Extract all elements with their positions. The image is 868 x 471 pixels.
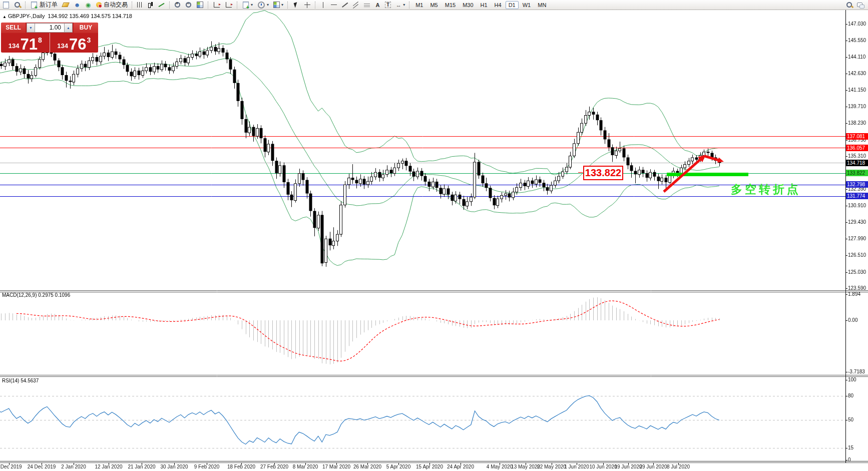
timeframe-mn-button[interactable]: MN xyxy=(535,1,549,9)
autotrading-icon xyxy=(96,2,102,8)
metaeditor-icon xyxy=(62,3,70,7)
toolbar-autotrading-button[interactable]: 自动交易 xyxy=(94,1,129,9)
chart-canvas[interactable] xyxy=(0,0,868,471)
toolbar-periods-button[interactable]: ▾ xyxy=(255,1,270,9)
search-icon xyxy=(846,2,853,9)
vertical-line-icon xyxy=(323,2,323,8)
one-click-trade-panel: SELL ▾ 1.00 ▴ BUY 134 71 8 134 76 3 xyxy=(1,23,98,53)
toolbar-metaeditor-button[interactable] xyxy=(60,1,71,9)
toolbar-channel-button[interactable] xyxy=(351,1,361,9)
toolbar-separator xyxy=(169,2,170,9)
bar-chart-mode-icon xyxy=(137,2,143,8)
toolbar-indicators-button[interactable]: ▾ xyxy=(240,1,254,9)
profiles-icon xyxy=(14,2,21,9)
new-order-icon xyxy=(31,2,37,9)
horizontal-line-icon xyxy=(331,5,337,5)
toolbar-crosshair-button[interactable] xyxy=(302,1,312,9)
expert-advisors-icon: ☻ xyxy=(74,2,81,9)
toolbar-new-order-button[interactable]: 新订单 xyxy=(29,1,59,9)
new-order-label: 新订单 xyxy=(40,1,58,9)
timeframe-m1-button[interactable]: M1 xyxy=(412,1,426,9)
toolbar-separator xyxy=(409,2,410,9)
toolbar-candle-chart-mode-button[interactable] xyxy=(146,1,156,9)
toolbar-chat-button[interactable] xyxy=(855,1,865,9)
toolbar-fibonacci-button[interactable] xyxy=(362,1,372,9)
chevron-down-icon: ▾ xyxy=(251,3,253,7)
toolbar-horizontal-line-button[interactable] xyxy=(329,1,339,9)
timeframe-m30-button[interactable]: M30 xyxy=(460,1,476,9)
toolbar-text-label-button[interactable]: T xyxy=(383,1,392,9)
sell-price-sup: 8 xyxy=(38,36,42,44)
toolbar-separator xyxy=(287,2,288,9)
toolbar-separator xyxy=(25,2,26,9)
toolbar-trendline-button[interactable] xyxy=(340,1,350,9)
buy-price-small: 134 xyxy=(57,42,68,50)
toolbar-separator xyxy=(315,2,316,9)
buy-price-big: 76 xyxy=(69,38,86,51)
volume-decrease-button[interactable]: ▾ xyxy=(27,23,35,33)
timeframe-m5-button[interactable]: M5 xyxy=(427,1,441,9)
mt4-window: 新订单☻◉自动交易▾▾▾AT↔▾M1M5M15M30H1H4D1W1MN ▲GB… xyxy=(0,0,868,471)
buy-price-sup: 3 xyxy=(87,36,91,44)
indicators-icon xyxy=(243,2,249,9)
timeframe-m15-button[interactable]: M15 xyxy=(442,1,459,9)
toolbar-chart-shift-button[interactable] xyxy=(223,1,234,9)
toolbar-expert-advisors-button[interactable]: ☻ xyxy=(72,1,82,9)
toolbar-separator xyxy=(237,2,238,9)
toolbar-templates-button[interactable]: ▾ xyxy=(271,1,285,9)
chart-window-icon xyxy=(3,2,9,9)
cursor-icon xyxy=(294,2,299,8)
chart-shift-icon xyxy=(226,2,232,8)
toolbar-line-chart-mode-button[interactable] xyxy=(157,1,167,9)
toolbar-zoom-out-button[interactable] xyxy=(184,1,194,9)
crosshair-icon xyxy=(304,2,311,9)
sell-price[interactable]: 134 71 8 xyxy=(1,33,50,53)
channel-icon xyxy=(352,2,359,9)
sell-button[interactable]: SELL xyxy=(1,23,26,33)
line-chart-mode-icon xyxy=(158,2,165,9)
templates-icon xyxy=(273,2,280,8)
toolbar-separator xyxy=(132,2,133,9)
toolbar-tile-windows-button[interactable] xyxy=(195,1,205,9)
fibonacci-icon xyxy=(364,3,370,8)
zoom-in-icon xyxy=(174,2,181,9)
toolbar-chart-window-button[interactable] xyxy=(1,1,12,9)
timeframe-d1-button[interactable]: D1 xyxy=(506,1,519,9)
text-icon: A xyxy=(374,2,381,8)
periods-icon xyxy=(258,2,265,9)
text-label-icon: T xyxy=(385,2,391,8)
timeframe-w1-button[interactable]: W1 xyxy=(520,1,534,9)
timeframe-h1-button[interactable]: H1 xyxy=(478,1,491,9)
toolbar-separator xyxy=(208,2,209,9)
toolbar-zoom-in-button[interactable] xyxy=(173,1,183,9)
candle-chart-mode-icon xyxy=(147,2,154,9)
sell-price-big: 71 xyxy=(20,38,37,51)
zoom-out-icon xyxy=(185,2,192,9)
tile-windows-icon xyxy=(197,2,203,8)
toolbar-arrows-button[interactable]: ↔▾ xyxy=(393,1,406,9)
toolbar-text-button[interactable]: A xyxy=(373,1,382,9)
trendline-icon xyxy=(341,2,348,9)
timeframe-h4-button[interactable]: H4 xyxy=(492,1,505,9)
arrows-icon: ↔ xyxy=(395,2,402,8)
chat-icon xyxy=(857,2,864,9)
signals-icon: ◉ xyxy=(85,2,92,9)
buy-button[interactable]: BUY xyxy=(74,23,98,33)
toolbar: 新订单☻◉自动交易▾▾▾AT↔▾M1M5M15M30H1H4D1W1MN xyxy=(0,0,868,10)
auto-scroll-icon xyxy=(214,2,220,8)
chevron-down-icon: ▾ xyxy=(281,3,283,7)
toolbar-search-button[interactable] xyxy=(844,1,854,9)
volume-increase-button[interactable]: ▴ xyxy=(64,23,73,33)
toolbar-bar-chart-mode-button[interactable] xyxy=(135,1,145,9)
volume-input[interactable]: 1.00 xyxy=(35,23,64,33)
buy-price[interactable]: 134 76 3 xyxy=(50,33,99,53)
chevron-down-icon: ▾ xyxy=(267,3,269,7)
toolbar-profiles-button[interactable] xyxy=(13,1,23,9)
toolbar-vertical-line-button[interactable] xyxy=(318,1,328,9)
sell-price-small: 134 xyxy=(9,42,20,50)
toolbar-cursor-button[interactable] xyxy=(291,1,301,9)
autotrading-label: 自动交易 xyxy=(104,1,128,9)
toolbar-signals-button[interactable]: ◉ xyxy=(83,1,93,9)
toolbar-auto-scroll-button[interactable] xyxy=(211,1,222,9)
toolbar-right-group xyxy=(844,0,866,10)
